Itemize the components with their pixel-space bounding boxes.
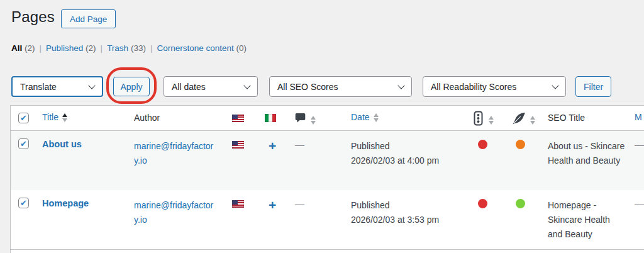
seo-title-cell: Homepage - Skincare Health and Beauty (548, 198, 626, 242)
us-flag-icon (232, 141, 244, 149)
traffic-light-icon (474, 111, 483, 126)
filter-button[interactable]: Filter (575, 76, 611, 97)
comments-empty-dash: — (295, 139, 304, 150)
view-all[interactable]: All (11, 43, 22, 53)
view-all-count: (2) (25, 43, 35, 53)
row-checkbox[interactable]: ✔ (18, 138, 29, 149)
add-translation-plus-icon[interactable]: + (269, 139, 276, 152)
italy-flag-icon (265, 114, 276, 122)
select-all-checkbox[interactable]: ✔ (18, 113, 29, 123)
seo-title-cell: About us - Skincare Health and Beauty (548, 139, 626, 168)
row-checkbox[interactable]: ✔ (18, 198, 29, 208)
sort-arrows-icon (374, 113, 379, 122)
seo-score-dot (478, 199, 487, 208)
comment-bubble-icon (295, 113, 306, 123)
column-header-seo-title: SEO Title (548, 113, 585, 123)
meta-empty-dash: — (635, 139, 644, 150)
readability-filter-select[interactable]: All Readability Scores (423, 76, 566, 97)
view-cornerstone[interactable]: Cornerstone content (157, 43, 233, 53)
column-header-meta[interactable]: M (635, 112, 642, 122)
column-header-author: Author (134, 113, 160, 123)
readability-score-dot (516, 140, 525, 149)
us-flag-icon (232, 115, 244, 122)
dates-filter-select[interactable]: All dates (164, 76, 258, 97)
sort-arrows-icon (530, 116, 535, 125)
sort-arrows-icon (311, 116, 316, 125)
seo-scores-filter-select[interactable]: All SEO Scores (269, 76, 412, 97)
sort-arrows-icon (62, 113, 67, 122)
table-footer-row (11, 249, 644, 253)
feather-icon (512, 112, 526, 125)
table-row: ✔ Homepage marine@fridayfactory.io + — P… (11, 190, 644, 249)
column-header-date[interactable]: Date (351, 112, 379, 122)
column-header-comments[interactable] (295, 113, 316, 125)
author-link[interactable]: marine@fridayfactory.io (134, 198, 216, 227)
page-title: Pages (11, 8, 55, 26)
author-link[interactable]: marine@fridayfactory.io (134, 139, 216, 168)
pages-table: ✔ Title Author Date SEO Title M ✔ About … (10, 105, 644, 253)
apply-button[interactable]: Apply (113, 77, 150, 96)
column-header-title[interactable]: Title (42, 112, 67, 122)
column-header-readability[interactable] (512, 112, 535, 126)
add-translation-plus-icon[interactable]: + (269, 198, 276, 211)
view-trash-count: (33) (131, 43, 146, 53)
chevron-down-icon (88, 82, 95, 89)
readability-score-dot (516, 199, 525, 208)
publish-status: Published (351, 139, 461, 154)
seo-score-dot (478, 140, 487, 149)
date-cell: Published 2026/02/03 at 4:00 pm (351, 139, 461, 168)
bulk-action-select[interactable]: Translate (11, 76, 103, 97)
seo-scores-filter-value: All SEO Scores (277, 82, 338, 92)
view-published-count: (2) (86, 43, 96, 53)
page-title-link[interactable]: Homepage (42, 198, 89, 208)
meta-empty-dash: — (635, 198, 644, 209)
chevron-down-icon (552, 82, 558, 89)
publish-datetime: 2026/02/03 at 4:00 pm (351, 154, 461, 168)
chevron-down-icon (243, 82, 250, 89)
view-filter-links: All (2)|Published (2)|Trash (33)|Corners… (11, 43, 247, 53)
page-title-link[interactable]: About us (42, 139, 82, 149)
table-header-row: ✔ Title Author Date SEO Title M (11, 106, 644, 131)
chevron-down-icon (397, 82, 404, 89)
sort-arrows-icon (489, 116, 494, 125)
dates-filter-value: All dates (172, 82, 206, 92)
column-header-seo-score[interactable] (474, 111, 494, 128)
bulk-action-value: Translate (20, 82, 57, 92)
view-trash[interactable]: Trash (107, 43, 128, 53)
publish-status: Published (351, 198, 461, 213)
add-page-button[interactable]: Add Page (61, 9, 116, 28)
comments-empty-dash: — (295, 198, 304, 209)
us-flag-icon (232, 200, 244, 208)
view-cornerstone-count: (0) (236, 43, 247, 53)
view-published[interactable]: Published (46, 43, 83, 53)
date-cell: Published 2026/02/03 at 3:53 pm (351, 198, 461, 227)
publish-datetime: 2026/02/03 at 3:53 pm (351, 213, 461, 227)
readability-filter-value: All Readability Scores (431, 82, 516, 92)
table-row: ✔ About us marine@fridayfactory.io + — P… (11, 131, 644, 190)
